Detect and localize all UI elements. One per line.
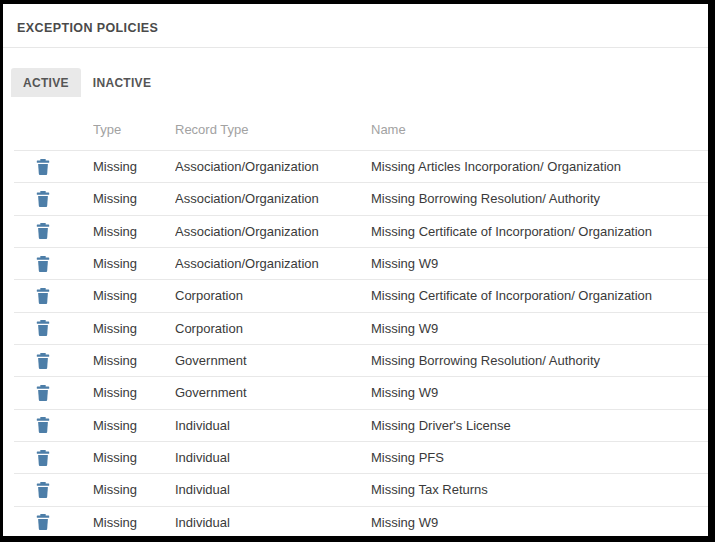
trash-icon	[36, 191, 50, 207]
cell-record-type: Individual	[175, 515, 371, 530]
table-row: Missing Corporation Missing Certificate …	[14, 279, 708, 311]
trash-icon	[36, 256, 50, 272]
actions-column-header	[14, 137, 93, 150]
cell-type: Missing	[93, 191, 175, 206]
cell-record-type: Government	[175, 353, 371, 368]
table-row: Missing Association/Organization Missing…	[14, 182, 708, 214]
trash-icon	[36, 159, 50, 175]
cell-type: Missing	[93, 256, 175, 271]
cell-type: Missing	[93, 482, 175, 497]
cell-record-type: Individual	[175, 482, 371, 497]
tab-active[interactable]: ACTIVE	[11, 68, 81, 97]
panel-header: EXCEPTION POLICIES	[3, 4, 708, 48]
table-row: Missing Corporation Missing W9	[14, 312, 708, 344]
delete-button[interactable]	[36, 319, 54, 337]
trash-icon	[36, 450, 50, 466]
trash-icon	[36, 288, 50, 304]
trash-icon	[36, 223, 50, 239]
cell-name: Missing W9	[371, 385, 708, 400]
table-row: Missing Individual Missing Driver's Lice…	[14, 409, 708, 441]
column-header-type: Type	[93, 122, 175, 150]
cell-name: Missing Articles Incorporation/ Organiza…	[371, 159, 708, 174]
cell-record-type: Individual	[175, 450, 371, 465]
cell-record-type: Association/Organization	[175, 224, 371, 239]
cell-record-type: Association/Organization	[175, 159, 371, 174]
cell-name: Missing Certificate of Incorporation/ Or…	[371, 224, 708, 239]
cell-name: Missing Driver's License	[371, 418, 708, 433]
cell-name: Missing Certificate of Incorporation/ Or…	[371, 288, 708, 303]
tab-inactive[interactable]: INACTIVE	[81, 68, 163, 97]
delete-button[interactable]	[36, 352, 54, 370]
table-row: Missing Individual Missing Tax Returns	[14, 473, 708, 505]
cell-type: Missing	[93, 321, 175, 336]
cell-type: Missing	[93, 353, 175, 368]
table-row: Missing Association/Organization Missing…	[14, 150, 708, 182]
delete-button[interactable]	[36, 190, 54, 208]
trash-icon	[36, 320, 50, 336]
cell-type: Missing	[93, 288, 175, 303]
column-header-name: Name	[371, 122, 708, 150]
column-header-record-type: Record Type	[175, 122, 371, 150]
delete-button[interactable]	[36, 481, 54, 499]
delete-button[interactable]	[36, 416, 54, 434]
table-row: Missing Association/Organization Missing…	[14, 247, 708, 279]
trash-icon	[36, 385, 50, 401]
trash-icon	[36, 482, 50, 498]
table-body: Missing Association/Organization Missing…	[3, 150, 708, 539]
cell-type: Missing	[93, 385, 175, 400]
exception-policies-panel: EXCEPTION POLICIES ACTIVE INACTIVE Type …	[0, 0, 715, 542]
delete-button[interactable]	[36, 384, 54, 402]
delete-button[interactable]	[36, 513, 54, 531]
delete-button[interactable]	[36, 222, 54, 240]
cell-name: Missing Tax Returns	[371, 482, 708, 497]
page-title: EXCEPTION POLICIES	[17, 21, 158, 35]
cell-record-type: Government	[175, 385, 371, 400]
table-row: Missing Individual Missing PFS	[14, 441, 708, 473]
table-row: Missing Association/Organization Missing…	[14, 215, 708, 247]
cell-name: Missing Borrowing Resolution/ Authority	[371, 191, 708, 206]
exception-policies-table: Type Record Type Name Missing As	[3, 97, 708, 539]
cell-record-type: Association/Organization	[175, 256, 371, 271]
cell-name: Missing W9	[371, 256, 708, 271]
delete-button[interactable]	[36, 255, 54, 273]
tab-bar: ACTIVE INACTIVE	[11, 68, 708, 97]
cell-record-type: Individual	[175, 418, 371, 433]
table-header-row: Type Record Type Name	[14, 97, 708, 150]
table-row: Missing Individual Missing W9	[14, 506, 708, 538]
cell-name: Missing Borrowing Resolution/ Authority	[371, 353, 708, 368]
cell-name: Missing PFS	[371, 450, 708, 465]
cell-type: Missing	[93, 450, 175, 465]
cell-type: Missing	[93, 224, 175, 239]
trash-icon	[36, 514, 50, 530]
cell-record-type: Corporation	[175, 288, 371, 303]
trash-icon	[36, 417, 50, 433]
cell-name: Missing W9	[371, 515, 708, 530]
trash-icon	[36, 353, 50, 369]
cell-type: Missing	[93, 159, 175, 174]
cell-record-type: Corporation	[175, 321, 371, 336]
table-row: Missing Government Missing Borrowing Res…	[14, 344, 708, 376]
cell-type: Missing	[93, 515, 175, 530]
delete-button[interactable]	[36, 158, 54, 176]
delete-button[interactable]	[36, 287, 54, 305]
cell-type: Missing	[93, 418, 175, 433]
cell-record-type: Association/Organization	[175, 191, 371, 206]
delete-button[interactable]	[36, 449, 54, 467]
table-row: Missing Government Missing W9	[14, 376, 708, 408]
cell-name: Missing W9	[371, 321, 708, 336]
